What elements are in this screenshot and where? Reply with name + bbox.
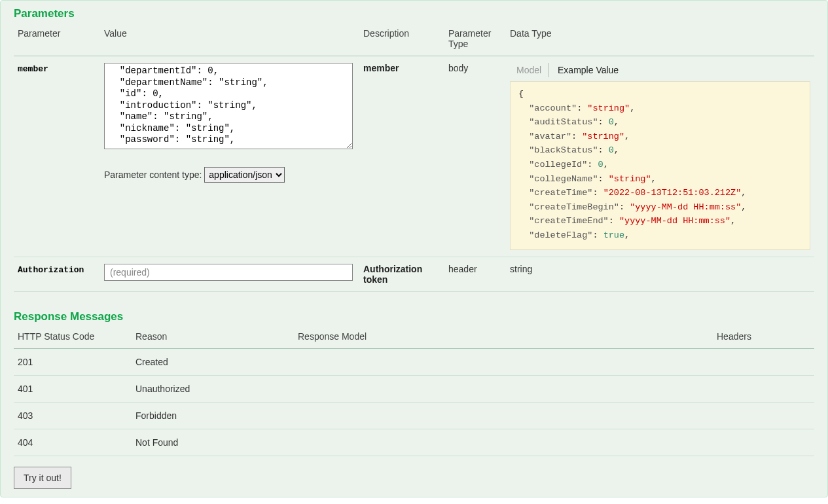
col-header-data-type: Data Type bbox=[506, 24, 814, 56]
response-row: 401Unauthorized bbox=[14, 376, 814, 403]
response-headers bbox=[713, 429, 814, 456]
signature-example-tab[interactable]: Example Value bbox=[551, 63, 625, 77]
param-type-member: body bbox=[448, 63, 468, 73]
response-model bbox=[294, 429, 713, 456]
parameters-heading: Parameters bbox=[14, 7, 814, 20]
response-model bbox=[294, 376, 713, 403]
response-headers bbox=[713, 349, 814, 376]
try-it-out-button[interactable]: Try it out! bbox=[14, 467, 71, 489]
param-row-member: member Parameter content type: applicati… bbox=[14, 56, 814, 257]
example-value-block[interactable]: { "account": "string", "auditStatus": 0,… bbox=[510, 81, 810, 250]
param-datatype-authorization: string bbox=[510, 264, 532, 274]
param-desc-member: member bbox=[363, 63, 399, 73]
response-row: 404Not Found bbox=[14, 429, 814, 456]
col-header-headers: Headers bbox=[713, 327, 814, 349]
authorization-input[interactable] bbox=[104, 264, 353, 281]
response-code: 403 bbox=[14, 403, 132, 429]
col-header-response-model: Response Model bbox=[294, 327, 713, 349]
content-type-select[interactable]: application/json bbox=[204, 167, 285, 183]
param-type-authorization: header bbox=[448, 264, 477, 274]
content-type-label: Parameter content type: bbox=[104, 170, 202, 180]
col-header-reason: Reason bbox=[132, 327, 294, 349]
member-body-textarea[interactable] bbox=[104, 63, 353, 149]
col-header-parameter: Parameter bbox=[14, 24, 100, 56]
response-code: 201 bbox=[14, 349, 132, 376]
responses-table: HTTP Status Code Reason Response Model H… bbox=[14, 327, 814, 456]
response-model bbox=[294, 403, 713, 429]
signature-model-tab[interactable]: Model bbox=[510, 63, 549, 77]
response-headers bbox=[713, 403, 814, 429]
response-reason: Created bbox=[132, 349, 294, 376]
response-reason: Unauthorized bbox=[132, 376, 294, 403]
response-code: 401 bbox=[14, 376, 132, 403]
response-model bbox=[294, 349, 713, 376]
response-row: 403Forbidden bbox=[14, 403, 814, 429]
col-header-value: Value bbox=[100, 24, 359, 56]
response-row: 201Created bbox=[14, 349, 814, 376]
response-reason: Forbidden bbox=[132, 403, 294, 429]
operation-panel: Parameters Parameter Value Description P… bbox=[0, 0, 828, 497]
response-headers bbox=[713, 376, 814, 403]
param-name-authorization: Authorization bbox=[18, 265, 84, 275]
param-desc-authorization: Authorization token bbox=[363, 264, 422, 285]
responses-heading: Response Messages bbox=[14, 310, 814, 323]
col-header-param-type: Parameter Type bbox=[444, 24, 506, 56]
col-header-description: Description bbox=[359, 24, 444, 56]
signature-nav: Model Example Value bbox=[510, 63, 810, 77]
col-header-status-code: HTTP Status Code bbox=[14, 327, 132, 349]
response-reason: Not Found bbox=[132, 429, 294, 456]
param-name-member: member bbox=[18, 64, 48, 74]
parameters-table: Parameter Value Description Parameter Ty… bbox=[14, 24, 814, 292]
response-code: 404 bbox=[14, 429, 132, 456]
param-row-authorization: Authorization Authorization token header… bbox=[14, 257, 814, 292]
